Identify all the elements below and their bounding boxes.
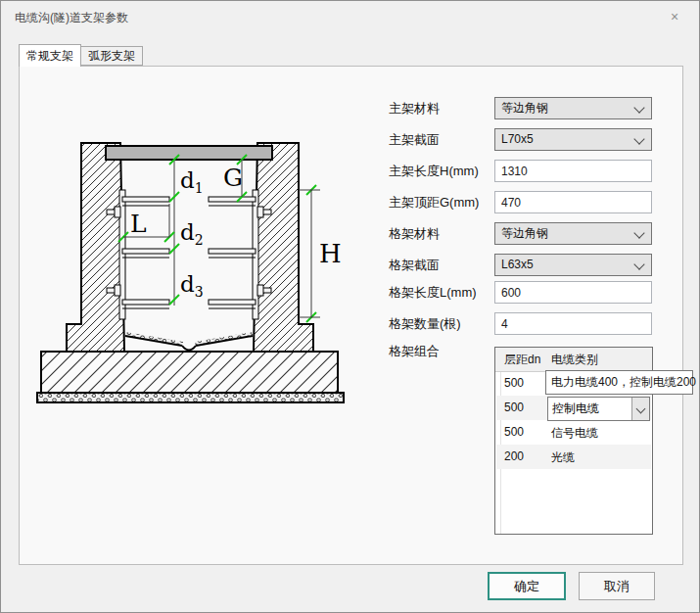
main-material-select[interactable]: 等边角钢 [494,97,652,119]
cable-category-cell-combo[interactable]: 控制电缆 [547,397,650,421]
table-header: 层距dn 电缆类别 [495,348,652,372]
right-bracket-arms [209,197,256,308]
trench-support-diagram: d1 d2 d3 G H L [34,131,375,409]
label-main-length-h: 主架长度H(mm) [389,160,479,182]
tab-page-panel: d1 d2 d3 G H L 主架材料 主架截面 主架长度H(mm) 主架顶距G… [19,66,683,565]
label-grid-count: 格架数量(根) [389,312,461,335]
label-grid-combo: 格架组合 [389,340,440,362]
label-grid-section: 格架截面 [389,254,440,276]
title-bar[interactable]: 电缆沟(隧)道支架参数 × [1,1,699,32]
cell-overflow-tooltip: 电力电缆400，控制电缆200 [545,370,693,395]
center-notch [182,346,196,351]
dim-label-d2: d2 [180,219,204,248]
foundation [41,352,338,393]
right-wall [254,143,313,352]
grid-material-select[interactable]: 等边角钢 [494,222,652,245]
label-main-section: 主架截面 [389,128,440,151]
dim-label-G: G [223,164,243,192]
main-section-select[interactable]: L70x5 [494,128,652,151]
chevron-down-icon [633,259,644,269]
grid-count-input[interactable] [494,312,652,335]
dim-label-d3: d3 [180,271,204,300]
label-grid-material: 格架材料 [389,222,440,245]
cancel-button[interactable]: 取消 [579,572,655,600]
chevron-down-icon [633,102,644,113]
tab-regular-support[interactable]: 常规支架 [19,44,81,67]
dim-label-H: H [319,239,342,268]
chevron-down-icon [633,227,644,238]
column-header-dn: 层距dn [504,352,540,368]
main-length-h-input[interactable] [494,160,652,182]
grid-length-l-input[interactable] [494,281,652,304]
dim-label-d1: d1 [180,167,204,196]
grid-section-select[interactable]: L63x5 [494,254,652,276]
gravel-strip [37,393,344,402]
left-wall [67,143,124,352]
chevron-down-icon [633,133,644,144]
ok-button[interactable]: 确定 [488,572,566,600]
table-row[interactable]: 200 光缆 [496,445,651,469]
dim-label-L: L [130,210,147,238]
table-row[interactable]: 500 信号电缆 [496,420,651,445]
label-grid-length-l: 格架长度L(mm) [389,281,477,304]
window-title: 电缆沟(隧)道支架参数 [15,10,128,26]
combo-drop-button[interactable] [631,398,649,420]
column-header-category: 电缆类别 [551,352,598,368]
chevron-down-icon [636,404,646,414]
cover-slab [106,146,272,160]
close-icon[interactable]: × [664,7,685,26]
dialog-window: 电缆沟(隧)道支架参数 × 常规支架 弧形支架 [0,0,700,613]
main-top-gap-g-input[interactable] [494,191,652,213]
tab-arc-support[interactable]: 弧形支架 [81,46,143,66]
label-main-top-gap-g: 主架顶距G(mm) [389,191,479,213]
label-main-material: 主架材料 [389,97,440,119]
